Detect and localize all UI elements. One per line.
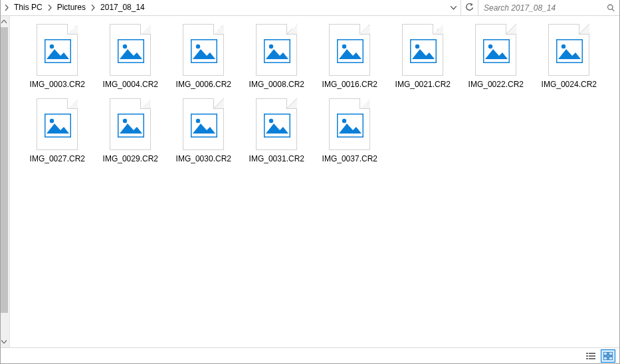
file-name-label: IMG_0024.CR2	[542, 80, 597, 89]
svg-point-27	[342, 119, 346, 123]
navigation-pane[interactable]: R	[1, 16, 10, 347]
page-fold-icon	[286, 98, 297, 109]
page-fold-icon	[140, 98, 151, 109]
page-fold-icon	[286, 24, 297, 35]
svg-rect-22	[191, 114, 217, 137]
scroll-down-button[interactable]	[1, 336, 9, 347]
image-file-icon	[183, 24, 224, 76]
image-file-icon	[475, 24, 516, 76]
explorer-window: This PC Pictures 2017_08_14	[0, 0, 620, 364]
svg-point-19	[50, 119, 54, 123]
page-fold-icon	[506, 24, 516, 35]
breadcrumb[interactable]: This PC Pictures 2017_08_14	[1, 0, 461, 15]
file-item[interactable]: IMG_0024.CR2	[540, 24, 597, 89]
chevron-right-icon[interactable]	[45, 0, 54, 15]
file-item[interactable]: IMG_0031.CR2	[248, 98, 305, 163]
file-item[interactable]: IMG_0037.CR2	[321, 98, 378, 163]
file-name-label: IMG_0022.CR2	[468, 80, 524, 89]
svg-point-3	[50, 45, 54, 48]
file-item[interactable]: IMG_0004.CR2	[102, 24, 159, 89]
svg-rect-32	[586, 358, 588, 359]
image-file-icon	[329, 98, 370, 150]
page-fold-icon	[360, 24, 370, 35]
svg-rect-10	[337, 39, 363, 63]
svg-rect-18	[45, 114, 71, 137]
svg-rect-35	[609, 352, 613, 355]
svg-rect-6	[191, 39, 217, 63]
svg-point-17	[562, 45, 566, 48]
file-item[interactable]: IMG_0022.CR2	[467, 24, 524, 89]
scroll-up-button[interactable]	[1, 16, 9, 27]
file-name-label: IMG_0037.CR2	[322, 154, 377, 163]
search-icon[interactable]	[607, 3, 615, 12]
breadcrumb-segment[interactable]: This PC	[11, 0, 45, 15]
image-file-icon	[37, 24, 78, 76]
breadcrumb-segment[interactable]: Pictures	[54, 0, 88, 15]
file-item[interactable]: IMG_0016.CR2	[321, 24, 378, 89]
svg-rect-16	[556, 39, 583, 63]
file-name-label: IMG_0027.CR2	[30, 154, 85, 163]
svg-rect-29	[589, 353, 595, 354]
file-name-label: IMG_0031.CR2	[249, 154, 304, 163]
page-fold-icon	[213, 24, 224, 35]
svg-line-1	[612, 9, 614, 11]
chevron-right-icon[interactable]	[2, 0, 11, 15]
file-item[interactable]: IMG_0027.CR2	[29, 98, 86, 163]
file-name-label: IMG_0008.CR2	[249, 80, 304, 89]
page-fold-icon	[433, 24, 443, 35]
chevron-right-icon[interactable]	[88, 0, 98, 15]
svg-rect-28	[586, 353, 588, 354]
file-item[interactable]: IMG_0006.CR2	[175, 24, 232, 89]
file-name-label: IMG_0004.CR2	[103, 80, 158, 89]
svg-rect-12	[410, 39, 437, 63]
nav-scrollbar[interactable]	[1, 16, 9, 347]
svg-rect-2	[45, 39, 71, 63]
svg-point-5	[123, 45, 127, 48]
address-history-dropdown[interactable]	[446, 0, 461, 15]
image-file-icon	[256, 24, 297, 76]
search-box[interactable]	[478, 0, 619, 15]
file-name-label: IMG_0021.CR2	[395, 80, 451, 89]
image-file-icon	[110, 24, 151, 76]
svg-point-23	[196, 119, 200, 123]
svg-rect-33	[589, 358, 595, 359]
file-item[interactable]: IMG_0008.CR2	[248, 24, 305, 89]
refresh-button[interactable]	[461, 0, 478, 15]
svg-rect-26	[337, 114, 363, 137]
svg-rect-36	[603, 357, 607, 360]
image-file-icon	[548, 24, 589, 76]
svg-rect-8	[264, 39, 290, 63]
svg-rect-34	[603, 352, 607, 355]
file-item[interactable]: IMG_0021.CR2	[394, 24, 451, 89]
file-name-label: IMG_0029.CR2	[103, 154, 158, 163]
svg-point-0	[608, 5, 613, 9]
file-name-label: IMG_0030.CR2	[176, 154, 231, 163]
page-fold-icon	[140, 24, 151, 35]
view-large-icons-button[interactable]	[601, 349, 615, 363]
page-fold-icon	[67, 98, 78, 109]
file-list-pane[interactable]: IMG_0003.CR2 IMG_0004.CR2 IMG_0006.CR2 I…	[10, 16, 619, 347]
svg-rect-14	[483, 39, 510, 63]
image-file-icon	[329, 24, 370, 76]
search-input[interactable]	[478, 0, 619, 15]
view-details-button[interactable]	[583, 349, 598, 363]
file-item[interactable]: IMG_0003.CR2	[29, 24, 86, 89]
svg-point-25	[269, 119, 273, 123]
svg-point-21	[123, 119, 127, 123]
svg-rect-30	[586, 355, 588, 357]
page-fold-icon	[360, 98, 370, 109]
svg-point-13	[415, 45, 419, 48]
svg-rect-4	[118, 39, 144, 63]
file-item[interactable]: IMG_0029.CR2	[102, 98, 159, 163]
svg-point-9	[269, 45, 273, 48]
svg-point-11	[342, 45, 346, 48]
breadcrumb-segment[interactable]: 2017_08_14	[98, 0, 148, 15]
page-fold-icon	[213, 98, 224, 109]
image-file-icon	[256, 98, 297, 150]
file-item[interactable]: IMG_0030.CR2	[175, 98, 232, 163]
svg-rect-24	[264, 114, 290, 137]
explorer-body: R IMG_0003.CR2	[1, 16, 619, 347]
scroll-thumb[interactable]	[1, 27, 8, 313]
file-name-label: IMG_0016.CR2	[322, 80, 377, 89]
address-bar-row: This PC Pictures 2017_08_14	[1, 0, 619, 16]
